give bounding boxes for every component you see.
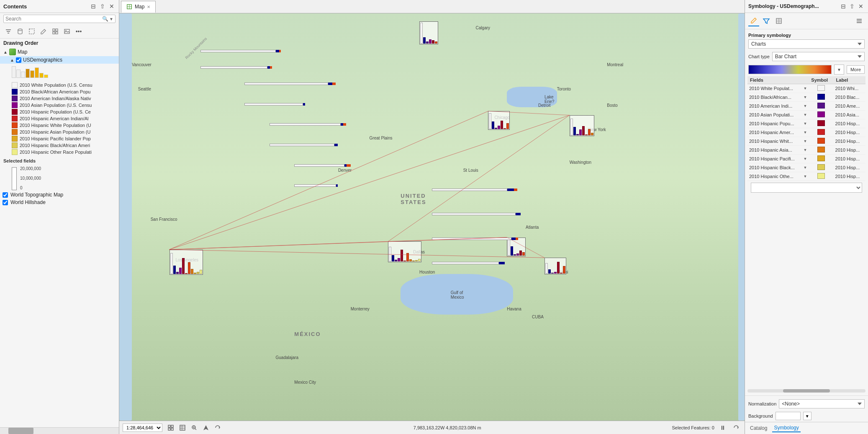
sym-float-btn[interactable]: ⇧: [848, 3, 856, 10]
layer-db-btn[interactable]: [15, 26, 25, 36]
layer-checkbox-item[interactable]: World Topographic Map: [0, 191, 119, 199]
rotate-btn[interactable]: [213, 423, 223, 433]
zoom-extent-btn[interactable]: [189, 423, 199, 433]
contents-scrollbar[interactable]: [0, 427, 119, 434]
symbol-cell[interactable]: [809, 119, 833, 128]
field-dropdown-arrow[interactable]: ▼: [803, 95, 807, 99]
sym-table-btn[interactable]: [773, 16, 784, 26]
sym-h-scrollbar[interactable]: [745, 388, 868, 394]
hbar-r10-b: [516, 213, 521, 215]
city-label: Havana: [507, 307, 521, 311]
layer-edit-btn[interactable]: [39, 26, 49, 36]
catalog-tab[interactable]: Catalog: [748, 424, 769, 432]
bg-swatch[interactable]: [776, 412, 801, 420]
symbol-cell[interactable]: [809, 137, 833, 146]
label-text: 2010 Hisp...: [835, 147, 860, 152]
layer-checkbox[interactable]: [3, 192, 8, 198]
usdemo-checkbox[interactable]: [16, 57, 21, 63]
sym-filter-btn[interactable]: [761, 16, 772, 26]
field-dropdown-arrow[interactable]: ▼: [803, 113, 807, 117]
contents-close-btn[interactable]: ✕: [108, 3, 116, 10]
norm-select[interactable]: <None>: [779, 399, 865, 408]
field-name-text: 2010 Asian Populati...: [749, 112, 802, 117]
bg-dropdown[interactable]: ▼: [803, 412, 812, 420]
search-input[interactable]: [5, 16, 102, 22]
contents-float-btn[interactable]: ⇧: [99, 3, 106, 10]
layer-more-btn[interactable]: •••: [74, 26, 84, 36]
add-field-select[interactable]: [751, 183, 862, 193]
field-dropdown-arrow[interactable]: ▼: [803, 104, 807, 108]
map-tab-close[interactable]: ✕: [147, 5, 150, 9]
symbol-color-swatch[interactable]: [817, 94, 825, 100]
symbol-cell[interactable]: [809, 155, 833, 163]
layer-filter-btn[interactable]: [3, 26, 13, 36]
symbol-color-swatch[interactable]: [817, 111, 825, 117]
symbol-color-swatch[interactable]: [817, 138, 825, 144]
tree-item-usdemo[interactable]: ▲ USDemographics: [0, 56, 119, 64]
layer-image-btn[interactable]: [62, 26, 72, 36]
zoom-table-btn[interactable]: [177, 423, 187, 433]
scale-select[interactable]: 1:28,464,646: [123, 424, 162, 432]
symbol-cell[interactable]: [809, 111, 833, 119]
layer-select-btn[interactable]: [27, 26, 37, 36]
tree-expand-map[interactable]: ▲: [3, 49, 8, 55]
legend-items: 2010 White Population (U.S. Censu 2010 B…: [0, 82, 119, 155]
symbol-color-swatch[interactable]: [817, 147, 825, 152]
chart-ny: [570, 115, 594, 136]
sym-close-btn[interactable]: ✕: [857, 3, 865, 10]
table-row: 2010 Hispanic Popu... ▼ 2010 Hisp...: [747, 119, 865, 128]
field-dropdown-arrow[interactable]: ▼: [803, 157, 807, 161]
bar-chi-hispwhite: [506, 123, 509, 129]
pause-btn[interactable]: ⏸: [718, 423, 728, 433]
more-button[interactable]: More: [847, 65, 865, 74]
bar-sec-native: [514, 254, 516, 256]
symbol-cell[interactable]: [809, 128, 833, 137]
bar-dal-hispblack: [415, 260, 418, 261]
symbol-cell[interactable]: [809, 84, 833, 93]
color-ramp-preview[interactable]: [748, 65, 832, 74]
symbol-color-swatch[interactable]: [817, 120, 825, 126]
symbol-color-swatch[interactable]: [817, 103, 825, 108]
symbology-tab[interactable]: Symbology: [772, 424, 800, 432]
hbar-r9-b: [507, 189, 514, 191]
sym-menu-btn[interactable]: [854, 16, 865, 26]
symbol-color-swatch[interactable]: [817, 85, 825, 91]
symbol-color-swatch[interactable]: [817, 173, 825, 179]
field-dropdown-arrow[interactable]: ▼: [803, 174, 807, 178]
symbol-cell[interactable]: [809, 93, 833, 102]
field-dropdown-arrow[interactable]: ▼: [803, 86, 807, 90]
search-dropdown-arrow[interactable]: ▼: [109, 17, 113, 21]
tree-item-map[interactable]: ▲ Map: [0, 48, 119, 56]
contents-pin-btn[interactable]: ⊟: [90, 3, 97, 10]
city-label: Bosto: [607, 103, 618, 108]
field-dropdown-arrow[interactable]: ▼: [803, 148, 807, 152]
field-dropdown-arrow[interactable]: ▼: [803, 130, 807, 134]
zoom-full-btn[interactable]: [166, 423, 176, 433]
map-tab[interactable]: Map ✕: [121, 1, 156, 13]
symbol-color-swatch[interactable]: [817, 155, 825, 161]
layer-checkbox-item[interactable]: World Hillshade: [0, 199, 119, 206]
symbol-color-swatch[interactable]: [817, 164, 825, 170]
symbol-cell[interactable]: [809, 146, 833, 155]
sym-pin-btn[interactable]: ⊟: [840, 3, 847, 10]
layer-grid-btn[interactable]: [50, 26, 60, 36]
field-dropdown-arrow[interactable]: ▼: [803, 165, 807, 170]
zoom-location-btn[interactable]: [201, 423, 211, 433]
legend-item-label: 2010 Hispanic American Indian/Al: [20, 116, 88, 121]
symbol-cell[interactable]: [809, 102, 833, 111]
color-ramp-arrow[interactable]: ▼: [834, 65, 844, 75]
sym-pencil-btn[interactable]: [748, 16, 759, 26]
field-dropdown-arrow[interactable]: ▼: [803, 121, 807, 126]
normalization-row: Normalization <None>: [745, 398, 868, 410]
map-content[interactable]: Rocky Mountains CalgaryVancouverSeattleS…: [119, 13, 745, 421]
symbol-cell[interactable]: [809, 172, 833, 181]
symbol-color-swatch[interactable]: [817, 129, 825, 135]
tree-expand-usdemo[interactable]: ▲: [9, 57, 15, 63]
field-dropdown-arrow[interactable]: ▼: [803, 139, 807, 143]
chart-type-select[interactable]: Bar Chart: [772, 52, 865, 61]
symbol-cell[interactable]: [809, 163, 833, 172]
refresh-btn[interactable]: [731, 423, 741, 433]
svg-rect-7: [53, 32, 55, 34]
primary-sym-dropdown[interactable]: Charts: [748, 39, 865, 49]
layer-checkbox[interactable]: [3, 200, 8, 205]
